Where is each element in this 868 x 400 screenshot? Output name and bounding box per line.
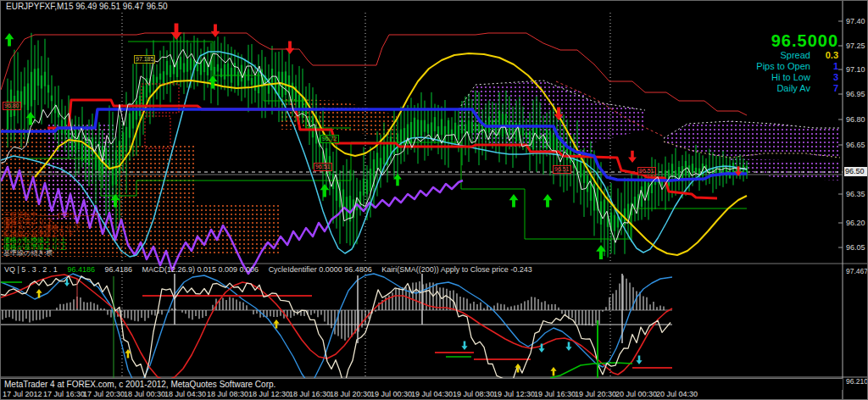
chart-title: EURJPYFXF,M15 96.49 96.51 96.47 96.50 bbox=[6, 2, 168, 11]
price-axis-label: 96.35 bbox=[846, 190, 865, 198]
mt4-chart-window: EURJPYFXF,M15 96.49 96.51 96.47 96.50 96… bbox=[0, 0, 868, 400]
chart-price-label: 96.80 bbox=[3, 102, 21, 110]
subwindow-axis-min: 96.2103 bbox=[846, 377, 868, 386]
time-axis-label: 18 Jul 12:30 bbox=[248, 390, 290, 398]
time-axis-label: 18 Jul 00:30 bbox=[124, 390, 165, 398]
quote-row: Daily Av 7 bbox=[756, 83, 838, 94]
time-axis-label: 18 Jul 16:30 bbox=[289, 390, 331, 398]
quote-row: Hi to Low 3 bbox=[756, 72, 838, 83]
status-bar: MetaTrader 4 at FOREX.com, c 2001-2012, … bbox=[1, 378, 843, 390]
time-axis-label: 19 Jul 04:30 bbox=[411, 390, 453, 398]
time-axis-label: 20 Jul 04:30 bbox=[656, 390, 698, 398]
current-price-axis-label: 96.50 bbox=[844, 167, 868, 176]
time-axis-label: 18 Jul 04:30 bbox=[164, 390, 206, 398]
time-axis-label: 20 Jul 00:30 bbox=[615, 390, 657, 398]
indicator-header: VQ | 5 . 3 . 2 . 1 96.4186 96.4186 MACD(… bbox=[4, 265, 540, 274]
price-axis-label: 97.40 bbox=[846, 17, 865, 25]
indicator-header-segment: MACD(12.26.9) 0.015 0.009 0.006 bbox=[142, 265, 259, 274]
price-axis-label: 96.80 bbox=[846, 115, 865, 124]
time-axis-label: 18 Jul 08:30 bbox=[207, 390, 248, 398]
time-axis-label: 19 Jul 08:30 bbox=[453, 390, 494, 398]
price-axis-label: 96.95 bbox=[846, 90, 865, 98]
indicator-header-segment: Kairi(SMA((200)) Apply to Close price -0… bbox=[381, 265, 532, 274]
time-axis-label: 19 Jul 16:30 bbox=[534, 390, 576, 398]
indicator-subwindow-area[interactable] bbox=[1, 265, 843, 377]
chart-price-label: 97.185 bbox=[134, 55, 155, 64]
price-axis-label: 97.10 bbox=[846, 65, 865, 74]
time-axis-label: 17 Jul 16:30 bbox=[43, 390, 85, 398]
price-axis-label: 96.65 bbox=[846, 141, 865, 149]
chart-price-label: 96.51 bbox=[553, 165, 571, 174]
indicator-header-segment: 96.4186 bbox=[67, 265, 95, 274]
quote-panel: 96.5000 Spread 0.3 Pips to Open 1 Hi to … bbox=[756, 31, 838, 94]
chart-price-label: 96.51 bbox=[637, 167, 656, 175]
time-axis-label: 19 Jul 20:30 bbox=[575, 390, 616, 398]
price-axis-label: 96.20 bbox=[846, 219, 865, 227]
time-axis-label: 17 Jul 20:30 bbox=[83, 390, 125, 398]
ichimoku-signal-block: 三役逆転中———(*ロ*)———!! 価格が雲より:下 遅行スパンが価格より:下… bbox=[3, 212, 98, 257]
time-axis-label: 19 Jul 00:30 bbox=[370, 390, 412, 398]
indicator-header-segment: 96.4186 bbox=[104, 265, 132, 274]
time-axis-label: 17 Jul 2012 bbox=[3, 390, 42, 398]
quote-row: Pips to Open 1 bbox=[756, 61, 838, 72]
price-axis-label: 97.25 bbox=[846, 42, 865, 50]
quote-row: Spread 0.3 bbox=[756, 50, 838, 61]
signal-line: 基準線の傾き:横 bbox=[3, 250, 98, 257]
main-chart-area[interactable] bbox=[1, 13, 843, 264]
time-axis-label: 18 Jul 20:30 bbox=[330, 390, 371, 398]
chart-price-label: 96.72 bbox=[320, 135, 339, 143]
price-axis-label: 96.05 bbox=[846, 243, 865, 252]
price-axis[interactable]: 97.40 97.25 97.10 96.95 96.80 96.65 96.3… bbox=[846, 1, 868, 400]
subwindow-axis-max: 97.4673 bbox=[846, 267, 868, 275]
time-axis-label: 19 Jul 12:30 bbox=[493, 390, 535, 398]
indicator-header-segment: CycleIdentifier 0.0000 96.4806 bbox=[269, 265, 372, 274]
indicator-header-segment: VQ | 5 . 3 . 2 . 1 bbox=[4, 265, 58, 274]
current-price-readout: 96.5000 bbox=[756, 31, 838, 50]
chart-price-label: 96.51 bbox=[314, 163, 332, 171]
time-axis[interactable]: 17 Jul 2012 17 Jul 16:30 17 Jul 20:30 18… bbox=[1, 390, 868, 400]
